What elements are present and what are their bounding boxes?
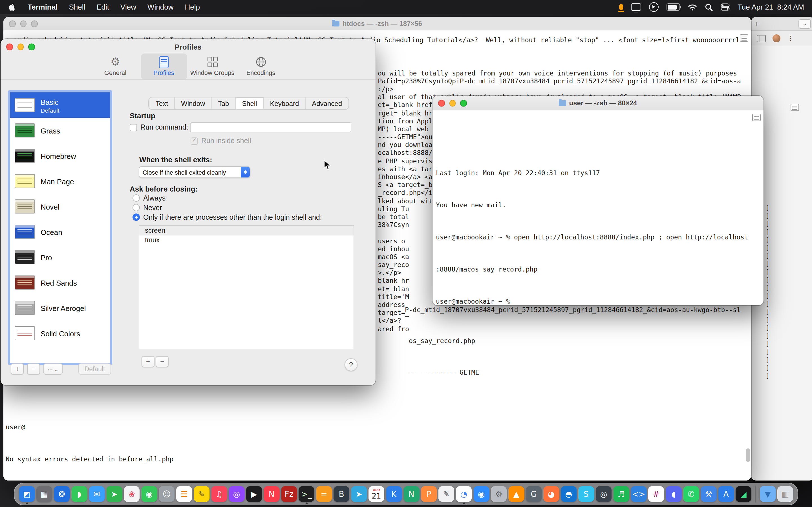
textedit[interactable]: ✎ [439, 486, 454, 502]
remove-profile-button[interactable]: − [27, 363, 40, 375]
menu-item[interactable]: Edit [91, 0, 115, 14]
profile-list-item[interactable]: Novel [10, 194, 110, 219]
menu-item[interactable]: Window [142, 0, 179, 14]
toolbar-item[interactable]: Window Groups [189, 54, 236, 79]
trash[interactable]: ▥ [777, 486, 793, 502]
profile-avatar[interactable] [772, 34, 780, 42]
toolbar-item[interactable]: Profiles [141, 54, 187, 79]
profile-list-item[interactable]: Man Page [10, 168, 110, 194]
menu-clock[interactable]: Tue Apr 21 8:24 AM [738, 3, 804, 11]
facetime[interactable]: ◉ [141, 486, 157, 502]
slack[interactable]: # [648, 486, 664, 502]
reminders[interactable]: ☰ [176, 486, 192, 502]
process-list-item[interactable]: tmux [139, 235, 354, 244]
search-icon[interactable] [705, 3, 713, 11]
profile-list-item[interactable]: Silver Aerogel [10, 295, 110, 321]
divider[interactable] [755, 486, 756, 503]
toolbar-item[interactable]: ⚙ General [92, 54, 139, 79]
calculator[interactable]: = [316, 486, 332, 502]
tab[interactable]: Tab [211, 98, 235, 109]
pages[interactable]: P [421, 486, 437, 502]
add-profile-button[interactable]: + [11, 363, 24, 375]
new-tab-button[interactable]: + [755, 19, 759, 28]
profile-list-item[interactable]: Basic Default [10, 93, 110, 118]
menu-item[interactable]: Help [179, 0, 206, 14]
display-icon[interactable] [631, 3, 641, 11]
discord[interactable]: ◖ [666, 486, 681, 502]
set-default-button[interactable]: Default [79, 363, 111, 375]
profile-list-item[interactable]: Grass [10, 118, 110, 143]
skype[interactable]: S [578, 486, 594, 502]
add-process-button[interactable]: + [142, 356, 154, 367]
contacts[interactable]: ☺ [159, 486, 174, 502]
whatsapp[interactable]: ✆ [683, 486, 699, 502]
podcasts[interactable]: ◎ [229, 486, 245, 502]
thunderbird[interactable]: ◓ [561, 486, 576, 502]
now-playing-icon[interactable] [649, 2, 659, 12]
preferences-titlebar[interactable]: Profiles [1, 39, 375, 55]
help-button[interactable]: ? [345, 358, 357, 371]
minimize-button[interactable] [20, 20, 27, 27]
firefox[interactable]: ◕ [543, 486, 559, 502]
news[interactable]: N [264, 486, 280, 502]
sidebar-toggle-icon[interactable] [757, 35, 766, 42]
menu-item[interactable]: View [115, 0, 142, 14]
toolbar-item[interactable]: Encodings [238, 54, 284, 79]
scrollbar-thumb[interactable] [746, 448, 750, 462]
minimize-button[interactable] [17, 44, 24, 50]
spotify[interactable]: ♬ [613, 486, 629, 502]
more-options-icon[interactable]: ⋮ [787, 34, 794, 42]
system-settings[interactable]: ⚙ [491, 486, 507, 502]
menu-item[interactable]: Shell [63, 0, 91, 14]
profile-list-item[interactable]: Homebrew [10, 143, 110, 168]
zoom-button[interactable] [460, 100, 467, 107]
close-button[interactable] [438, 100, 445, 107]
menu-item[interactable]: Terminal [22, 0, 63, 14]
chrome[interactable]: ◔ [456, 486, 472, 502]
minimize-button[interactable] [449, 100, 456, 107]
run-command-input[interactable] [190, 122, 351, 132]
wifi-icon[interactable] [688, 4, 697, 10]
vlc[interactable]: ▲ [508, 486, 524, 502]
safari[interactable]: ❂ [54, 486, 70, 502]
telegram[interactable]: ➤ [351, 486, 367, 502]
battery-icon[interactable] [666, 3, 680, 11]
tab[interactable]: Shell [235, 98, 263, 109]
keynote[interactable]: K [386, 486, 402, 502]
profile-actions-button[interactable]: ⋯ ⌄ [43, 363, 63, 375]
close-button[interactable] [9, 20, 15, 27]
terminal-inspector-icon[interactable] [752, 114, 761, 121]
terminal-inspector-icon[interactable] [791, 104, 799, 111]
filezilla[interactable]: Fz [281, 486, 297, 502]
profile-list-item[interactable]: Pro [10, 244, 110, 270]
profile-list-item[interactable]: Red Sands [10, 270, 110, 295]
music[interactable]: ♫ [211, 486, 227, 502]
vscode[interactable]: <> [631, 486, 647, 502]
apple-menu[interactable] [0, 0, 22, 14]
user-terminal-titlebar[interactable]: user — -zsh — 80×24 [433, 96, 763, 111]
remove-process-button[interactable]: − [156, 356, 168, 367]
mail[interactable]: ✉ [89, 486, 105, 502]
launchpad[interactable]: ▦ [36, 486, 52, 502]
xcode[interactable]: ⚒ [701, 486, 716, 502]
radio-option[interactable]: Never [133, 203, 322, 212]
profile-list-item[interactable]: Solid Colors [10, 321, 110, 346]
close-button[interactable] [6, 44, 13, 50]
tab[interactable]: Advanced [305, 98, 348, 109]
tab[interactable]: Text [149, 98, 174, 109]
app-store[interactable]: A [718, 486, 734, 502]
calendar[interactable]: APR 21 [368, 486, 384, 502]
mic-indicator-icon[interactable] [619, 4, 623, 10]
numbers[interactable]: N [403, 486, 419, 502]
tab[interactable]: Window [174, 98, 211, 109]
tab[interactable]: Keyboard [263, 98, 305, 109]
bbedit[interactable]: B [334, 486, 349, 502]
radio-option[interactable]: Always [133, 193, 322, 203]
messages[interactable]: ◗ [71, 486, 87, 502]
control-center-icon[interactable] [721, 3, 730, 11]
terminal-inspector-icon[interactable] [740, 34, 748, 42]
downloads-folder[interactable]: ▼ [760, 486, 776, 502]
htdocs-titlebar[interactable]: htdocs — -zsh — 187×56 [3, 17, 751, 31]
notes[interactable]: ✎ [194, 486, 209, 502]
obs[interactable]: ◎ [596, 486, 612, 502]
